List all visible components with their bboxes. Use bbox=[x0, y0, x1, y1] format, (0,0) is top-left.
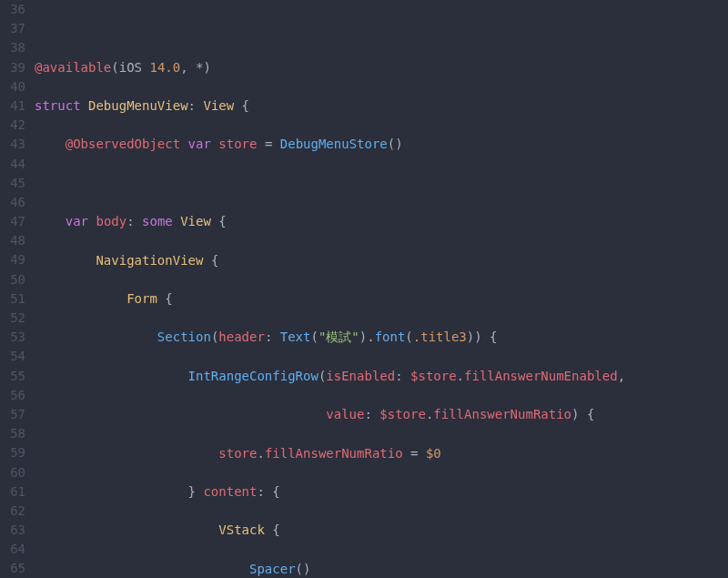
code-line[interactable]: } content: { bbox=[35, 482, 728, 502]
code-line[interactable]: NavigationView { bbox=[35, 251, 728, 270]
line-number: 58 bbox=[0, 424, 25, 443]
t: )) { bbox=[467, 330, 498, 344]
t: { bbox=[234, 98, 249, 113]
id: fillAnswerNumRatio bbox=[265, 446, 403, 461]
fn: IntRangeConfigRow bbox=[188, 369, 318, 383]
t: : bbox=[265, 330, 280, 344]
fn: Spacer bbox=[249, 562, 296, 576]
t: : { bbox=[257, 484, 279, 499]
code-line[interactable]: VStack { bbox=[35, 521, 728, 540]
code-content[interactable]: @available(iOS 14.0, *) struct DebugMenu… bbox=[35, 0, 728, 578]
ws bbox=[35, 330, 157, 344]
t: : bbox=[364, 407, 379, 421]
fn: Section bbox=[157, 330, 211, 344]
type: Form bbox=[126, 291, 157, 306]
line-number: 37 bbox=[0, 19, 25, 38]
line-number: 39 bbox=[0, 58, 25, 77]
t: . bbox=[457, 369, 464, 383]
ws bbox=[35, 522, 218, 537]
line-number: 56 bbox=[0, 386, 25, 405]
ws bbox=[35, 446, 218, 461]
t: () bbox=[388, 137, 403, 151]
line-number: 63 bbox=[0, 521, 25, 540]
arg: value bbox=[326, 407, 364, 421]
code-line[interactable]: IntRangeConfigRow(isEnabled: $store.fill… bbox=[35, 367, 728, 386]
arg: content bbox=[203, 484, 257, 499]
ws bbox=[35, 562, 249, 576]
t: { bbox=[157, 291, 173, 306]
code-line[interactable] bbox=[35, 19, 728, 38]
id: store bbox=[218, 137, 257, 151]
t bbox=[173, 214, 180, 228]
ws bbox=[35, 369, 188, 383]
t: ( bbox=[310, 330, 318, 344]
line-number: 52 bbox=[0, 309, 25, 328]
enum: .title3 bbox=[413, 330, 467, 344]
code-line[interactable]: var body: some View { bbox=[35, 212, 728, 231]
code-line[interactable]: value: $store.fillAnswerNumRatio) { bbox=[35, 405, 728, 424]
code-line[interactable]: Form { bbox=[35, 289, 728, 309]
kw: var bbox=[66, 214, 88, 228]
id: body bbox=[96, 214, 126, 228]
line-number: 41 bbox=[0, 96, 25, 116]
id: fillAnswerNumEnabled bbox=[464, 369, 618, 383]
line-number: 62 bbox=[0, 502, 25, 521]
t: . bbox=[257, 446, 264, 461]
code-line[interactable]: Section(header: Text("模試").font(.title3)… bbox=[35, 328, 728, 347]
type: View bbox=[203, 98, 234, 113]
t: () bbox=[296, 562, 311, 576]
type: DebugMenuView bbox=[88, 98, 188, 113]
line-number: 36 bbox=[0, 0, 25, 19]
line-number: 53 bbox=[0, 328, 25, 347]
line-number: 45 bbox=[0, 174, 25, 193]
t: ). bbox=[359, 330, 375, 344]
line-number: 49 bbox=[0, 250, 25, 269]
ws bbox=[35, 291, 126, 306]
line-number: 47 bbox=[0, 212, 25, 231]
line-number: 40 bbox=[0, 77, 25, 96]
arg: header bbox=[218, 330, 265, 344]
line-number: 59 bbox=[0, 443, 25, 462]
line-number: 65 bbox=[0, 559, 25, 578]
t: , *) bbox=[180, 60, 211, 75]
code-editor[interactable]: 36 37 38 39 40 41 42 43 44 45 46 47 48 4… bbox=[0, 0, 728, 578]
code-line[interactable] bbox=[35, 174, 728, 193]
line-number: 51 bbox=[0, 289, 25, 309]
t: { bbox=[265, 522, 280, 537]
fn: font bbox=[375, 330, 406, 344]
t: 14.0 bbox=[149, 60, 180, 75]
line-number: 46 bbox=[0, 193, 25, 212]
code-line[interactable]: struct DebugMenuView: View { bbox=[35, 96, 728, 116]
t: : bbox=[126, 214, 142, 228]
t: = bbox=[403, 446, 426, 461]
line-number: 48 bbox=[0, 231, 25, 250]
kw: var bbox=[188, 137, 211, 151]
code-line[interactable]: Spacer() bbox=[35, 560, 728, 578]
t: ) { bbox=[571, 407, 594, 421]
t: : bbox=[395, 369, 410, 383]
code-line[interactable]: store.fillAnswerNumRatio = $0 bbox=[35, 444, 728, 463]
t: , bbox=[618, 369, 625, 383]
line-number: 50 bbox=[0, 270, 25, 289]
t: : bbox=[188, 98, 204, 113]
line-gutter: 36 37 38 39 40 41 42 43 44 45 46 47 48 4… bbox=[0, 0, 35, 578]
kw: struct bbox=[35, 98, 81, 113]
t: } bbox=[35, 484, 203, 499]
t: ( bbox=[405, 330, 412, 344]
id: $store bbox=[379, 407, 426, 421]
num: $0 bbox=[426, 446, 441, 461]
code-line[interactable]: @ObservedObject var store = DebugMenuSto… bbox=[35, 135, 728, 154]
code-line[interactable]: @available(iOS 14.0, *) bbox=[35, 58, 728, 77]
line-number: 57 bbox=[0, 405, 25, 424]
line-number: 42 bbox=[0, 116, 25, 135]
type: NavigationView bbox=[96, 253, 203, 268]
attr: @available bbox=[35, 60, 111, 75]
line-number: 38 bbox=[0, 38, 25, 57]
arg: isEnabled bbox=[326, 369, 395, 383]
line-number: 55 bbox=[0, 367, 25, 386]
t bbox=[180, 137, 187, 151]
type: View bbox=[180, 214, 211, 228]
id: store bbox=[218, 446, 257, 461]
t: (iOS bbox=[111, 60, 149, 75]
line-number: 54 bbox=[0, 347, 25, 366]
